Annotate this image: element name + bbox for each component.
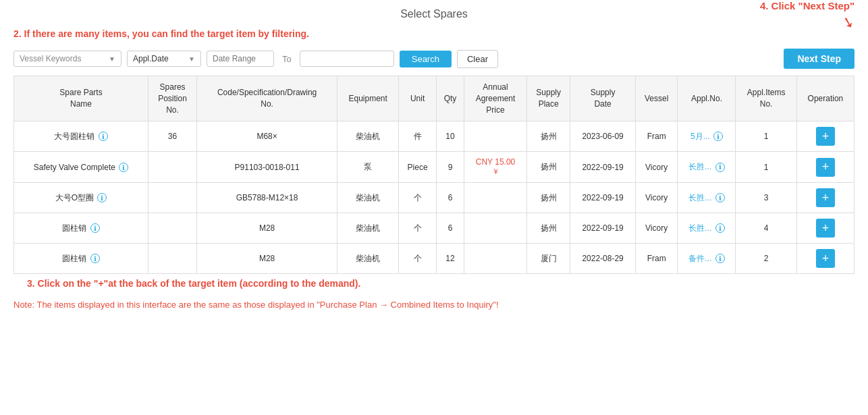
cell-equipment: 柴油机 (337, 121, 399, 152)
spares-table: Spare PartsName SparesPositionNo. Code/S… (13, 76, 855, 274)
next-step-button[interactable]: Next Step (784, 49, 855, 69)
cell-unit: 个 (399, 244, 437, 274)
cell-operation: + (796, 121, 854, 152)
appl-info-icon[interactable]: ℹ (715, 223, 725, 233)
cell-equipment: 泵 (337, 152, 399, 183)
name-info-icon[interactable]: ℹ (90, 254, 100, 263)
cell-supply-place: 扬州 (526, 183, 570, 213)
cell-price (464, 121, 527, 152)
cell-position (148, 244, 196, 274)
table-header-row: Spare PartsName SparesPositionNo. Code/S… (14, 76, 855, 121)
cell-qty: 6 (437, 183, 464, 213)
col-header-position: SparesPositionNo. (148, 76, 196, 121)
add-item-button[interactable]: + (816, 127, 835, 146)
cell-supply-date: 2022-09-19 (570, 183, 635, 213)
cell-appl-no: 长胜... ℹ (678, 183, 736, 213)
cell-appl-items: 2 (736, 244, 796, 274)
col-header-appl-no: Appl.No. (678, 76, 736, 121)
appl-info-icon[interactable]: ℹ (715, 163, 725, 172)
cell-price: CNY 15.00￥ (464, 152, 527, 183)
cell-appl-no: 长胜... ℹ (678, 152, 736, 183)
cell-unit: Piece (399, 152, 437, 183)
appl-no-link[interactable]: 长胜... (688, 223, 711, 233)
col-header-name: Spare PartsName (14, 76, 148, 121)
vessel-keywords-label: Vessel Keywords (20, 54, 81, 63)
date-to-end-input[interactable] (300, 51, 394, 67)
cell-appl-items: 3 (736, 183, 796, 213)
appl-date-arrow-icon: ▼ (188, 55, 195, 63)
cell-unit: 个 (399, 213, 437, 244)
cell-appl-items: 4 (736, 213, 796, 244)
note-text: Note: The items displayed in this interf… (0, 290, 868, 316)
cell-unit: 个 (399, 183, 437, 213)
cell-name: 圆柱销 ℹ (14, 213, 148, 244)
name-info-icon[interactable]: ℹ (119, 163, 128, 172)
cell-operation: + (796, 152, 854, 183)
col-header-equipment: Equipment (337, 76, 399, 121)
cell-position (148, 213, 196, 244)
cell-supply-date: 2022-08-29 (570, 244, 635, 274)
cell-price (464, 244, 527, 274)
cell-code: M28 (197, 244, 337, 274)
cell-position (148, 152, 196, 183)
appl-date-label: Appl.Date (133, 54, 169, 63)
next-step-arrow-icon: ➘ (840, 13, 857, 33)
table-row: 圆柱销 ℹM28柴油机个6扬州2022-09-19Vicory长胜... ℹ4+ (14, 213, 855, 244)
appl-no-link[interactable]: 5月... (690, 132, 710, 141)
col-header-supply-place: SupplyPlace (526, 76, 570, 121)
price-sub: ￥ (492, 167, 499, 175)
appl-info-icon[interactable]: ℹ (715, 193, 725, 202)
cell-code: P91103-0018-011 (197, 152, 337, 183)
col-header-qty: Qty (437, 76, 464, 121)
table-container: Spare PartsName SparesPositionNo. Code/S… (0, 76, 868, 274)
cell-appl-items: 1 (736, 121, 796, 152)
cell-price (464, 213, 527, 244)
cell-appl-no: 备件... ℹ (678, 244, 736, 274)
cell-operation: + (796, 213, 854, 244)
next-step-hint-label: 4. Click "Next Step" (760, 0, 855, 11)
cell-equipment: 柴油机 (337, 213, 399, 244)
appl-no-link[interactable]: 长胜... (688, 193, 711, 202)
table-row: 圆柱销 ℹM28柴油机个12厦门2022-08-29Fram备件... ℹ2+ (14, 244, 855, 274)
cell-vessel: Fram (635, 121, 678, 152)
name-info-icon[interactable]: ℹ (97, 193, 107, 202)
add-item-button[interactable]: + (816, 249, 835, 268)
appl-no-link[interactable]: 备件... (688, 254, 711, 263)
filter-hint: 2. If there are many items, you can find… (0, 24, 868, 45)
cell-unit: 件 (399, 121, 437, 152)
cell-supply-date: 2023-06-09 (570, 121, 635, 152)
name-info-icon[interactable]: ℹ (90, 223, 100, 233)
col-header-price: AnnualAgreementPrice (464, 76, 527, 121)
search-button[interactable]: Search (400, 51, 452, 67)
cell-name: 圆柱销 ℹ (14, 244, 148, 274)
cell-operation: + (796, 244, 854, 274)
name-info-icon[interactable]: ℹ (99, 132, 108, 141)
col-header-unit: Unit (399, 76, 437, 121)
click-hint-container: 3. Click on the "+"at the back of the ta… (0, 274, 868, 290)
appl-info-icon[interactable]: ℹ (713, 132, 723, 141)
cell-name: Safety Valve Complete ℹ (14, 152, 148, 183)
table-row: Safety Valve Complete ℹP91103-0018-011泵P… (14, 152, 855, 183)
add-item-button[interactable]: + (816, 219, 835, 238)
col-header-supply-date: SupplyDate (570, 76, 635, 121)
date-range-input[interactable] (207, 51, 274, 67)
col-header-vessel: Vessel (635, 76, 678, 121)
appl-date-dropdown[interactable]: Appl.Date ▼ (127, 51, 201, 67)
cell-price (464, 183, 527, 213)
cell-appl-no: 5月... ℹ (678, 121, 736, 152)
clear-button[interactable]: Clear (457, 50, 498, 68)
cell-supply-place: 扬州 (526, 213, 570, 244)
vessel-dropdown-arrow-icon: ▼ (109, 55, 115, 63)
cell-code: M28 (197, 213, 337, 244)
price-value: CNY 15.00 (476, 157, 515, 167)
table-row: 大号O型圈 ℹGB5788-M12×18柴油机个6扬州2022-09-19Vic… (14, 183, 855, 213)
cell-vessel: Vicory (635, 183, 678, 213)
add-item-button[interactable]: + (816, 158, 835, 177)
cell-vessel: Vicory (635, 213, 678, 244)
add-item-button[interactable]: + (816, 188, 835, 207)
vessel-keywords-dropdown[interactable]: Vessel Keywords ▼ (13, 51, 121, 67)
appl-info-icon[interactable]: ℹ (715, 254, 725, 263)
appl-no-link[interactable]: 长胜... (688, 162, 711, 171)
cell-name: 大号圆柱销 ℹ (14, 121, 148, 152)
cell-vessel: Fram (635, 244, 678, 274)
